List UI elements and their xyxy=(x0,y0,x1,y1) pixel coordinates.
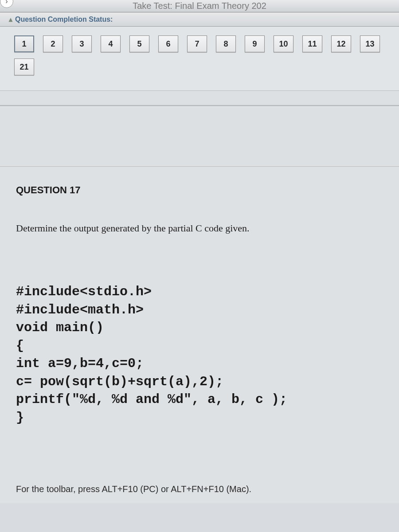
question-nav-11[interactable]: 11 xyxy=(302,35,322,52)
question-nav-8[interactable]: 8 xyxy=(216,35,236,52)
nav-row-1: 1 2 3 4 5 6 7 8 9 10 11 12 13 xyxy=(14,35,395,52)
nav-row-2: 21 xyxy=(14,59,395,75)
page-title: Take Test: Final Exam Theory 202 xyxy=(0,0,399,11)
question-title: QUESTION 17 xyxy=(16,184,383,196)
completion-status-toggle[interactable]: ▴Question Completion Status: xyxy=(9,16,113,23)
question-nav-10[interactable]: 10 xyxy=(274,35,293,52)
toolbar-hint: For the toolbar, press ALT+F10 (PC) or A… xyxy=(16,484,383,494)
question-nav-5[interactable]: 5 xyxy=(129,35,149,52)
question-nav-7[interactable]: 7 xyxy=(187,35,207,52)
spacer-area xyxy=(0,91,399,166)
divider xyxy=(0,105,399,107)
top-bar: › Take Test: Final Exam Theory 202 xyxy=(0,0,399,12)
completion-status-label: Question Completion Status: xyxy=(15,16,113,23)
question-nav-12[interactable]: 12 xyxy=(331,35,351,52)
question-nav-1[interactable]: 1 xyxy=(14,35,34,52)
question-nav-6[interactable]: 6 xyxy=(158,35,178,52)
question-area: QUESTION 17 Determine the output generat… xyxy=(0,166,399,503)
code-block: #include<stdio.h> #include<math.h> void … xyxy=(16,283,383,426)
question-nav-9[interactable]: 9 xyxy=(245,35,265,52)
question-nav-21[interactable]: 21 xyxy=(14,59,34,75)
question-prompt: Determine the output generated by the pa… xyxy=(16,223,383,234)
question-nav-4[interactable]: 4 xyxy=(101,35,121,52)
question-nav-3[interactable]: 3 xyxy=(72,35,92,52)
question-nav-13[interactable]: 13 xyxy=(360,35,380,52)
question-nav-panel: 1 2 3 4 5 6 7 8 9 10 11 12 13 21 xyxy=(0,27,399,91)
caret-up-icon: ▴ xyxy=(9,16,12,23)
chevron-right-icon: › xyxy=(5,0,8,5)
status-bar: ▴Question Completion Status: xyxy=(0,12,399,27)
question-nav-2[interactable]: 2 xyxy=(43,35,63,52)
